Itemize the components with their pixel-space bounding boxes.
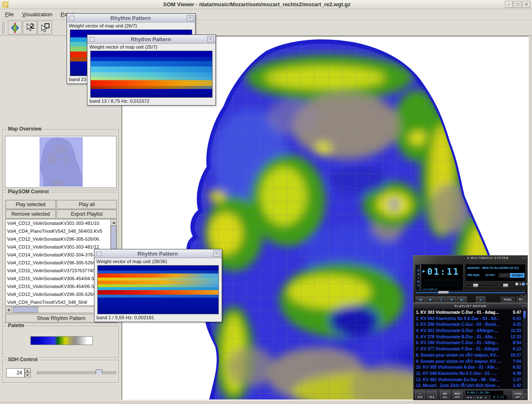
playlist-entry[interactable]: 5. KV 378 Violinsonate B-Dur - 01 - Alle… bbox=[415, 334, 522, 340]
xmms-visualizer[interactable] bbox=[423, 278, 461, 288]
play-state-icon: ▶ bbox=[423, 269, 425, 273]
close-icon[interactable] bbox=[213, 251, 220, 257]
frame-title: Rhythm Pattern bbox=[74, 15, 187, 21]
playlist-editor-title: PLAYLIST EDITOR bbox=[413, 303, 527, 309]
xmms-logo: X bbox=[520, 294, 527, 303]
band-status-label: band 13 / 8,75 Hz: 0,011572 bbox=[87, 98, 215, 105]
close-icon[interactable] bbox=[207, 36, 214, 42]
playlist-time-lcd: 0:00/1:28:26+ bbox=[466, 391, 503, 395]
volume-thumb[interactable] bbox=[473, 283, 478, 287]
balance-thumb[interactable] bbox=[503, 283, 508, 287]
eject-button[interactable]: ▲ bbox=[476, 296, 485, 303]
rhythm-pattern-window-25-7[interactable]: Rhythm Pattern Weight vector of map unit… bbox=[87, 34, 216, 106]
misc-options-button[interactable]: MISCOPT. bbox=[453, 391, 463, 399]
xmms-clutterbar[interactable]: OAIDV bbox=[415, 264, 420, 291]
mini-transport-icons[interactable]: |◀ ▶ || ■ ▶| ▲ bbox=[466, 396, 487, 399]
sdh-slider-thumb[interactable] bbox=[96, 370, 102, 376]
xmms-lcd-display[interactable]: ▶ 01:11 VIZ DISPLAY bbox=[421, 264, 463, 291]
playlist-entry[interactable]: 1. KV 303 Violinsonate C-Dur - 01 - Adag… bbox=[415, 310, 522, 316]
xmms-info-display: ADAGIO - MOLTO ALLEGRO (5:47) 256 kbps 4… bbox=[465, 264, 526, 281]
playlist-entry[interactable]: 3. KV 296 Violinsonate C-Dur - 03 - Rond… bbox=[415, 322, 522, 328]
seek-bar[interactable] bbox=[416, 291, 525, 294]
spinner-up-icon[interactable] bbox=[25, 368, 31, 373]
xmms-bitrate: 256 kbps bbox=[467, 273, 480, 276]
spinner-down-icon[interactable] bbox=[25, 373, 31, 377]
remove-selected-button[interactable]: Remove selected bbox=[5, 209, 56, 219]
sdh-slider[interactable] bbox=[37, 372, 116, 374]
play-selected-button[interactable]: Play selected bbox=[5, 200, 56, 209]
eq-knob-icon bbox=[515, 282, 519, 286]
pause-button[interactable]: || bbox=[436, 296, 446, 303]
close-button[interactable] bbox=[522, 1, 530, 8]
band-status-label: band 1 / 5,55 Hz: 0,002181 bbox=[94, 314, 222, 322]
playlist-entry[interactable]: 13. Mozart - Zum Ziele fÃ¼hrt dich diese… bbox=[415, 383, 522, 389]
close-icon[interactable] bbox=[187, 15, 193, 21]
palette-gradient-bar bbox=[30, 336, 93, 345]
frame-titlebar[interactable]: Rhythm Pattern bbox=[67, 14, 195, 22]
scroll-left-icon[interactable] bbox=[6, 307, 12, 313]
volume-slider[interactable] bbox=[465, 284, 495, 287]
sdh-control-title: SDH Control bbox=[6, 357, 39, 362]
xmms-main-window[interactable]: X MULTIMEDIA SYSTEM ▾ ✕ OAIDV ▶ 01:11 VI… bbox=[413, 255, 528, 303]
playlist-entry[interactable]: 6. KV 296 Violinsonate C-Dur - 01 - Alle… bbox=[415, 340, 522, 346]
rhythm-pattern-window-28-36[interactable]: Rhythm Pattern Weight vector of map unit… bbox=[94, 249, 222, 322]
list-item[interactable]: Vol4_CD12_ViolinSonatasKV296-305-526/06. bbox=[6, 235, 116, 243]
xmms-samplerate: 44 kHz bbox=[485, 273, 495, 276]
xmms-playlist-editor[interactable]: PLAYLIST EDITOR ▴ ✕ 1. KV 303 Violinsona… bbox=[413, 303, 528, 400]
playlist-entry[interactable]: 4. KV 301 Violinsonate G-Dur - 0Allegro … bbox=[415, 328, 522, 334]
toolbar-grip[interactable] bbox=[2, 22, 5, 34]
rect-select-icon-glyph bbox=[40, 22, 50, 33]
maximize-button[interactable] bbox=[514, 1, 522, 8]
add-file-button[interactable]: +FILE bbox=[415, 391, 425, 399]
remove-file-button[interactable]: -FILE bbox=[427, 391, 437, 399]
playlist-entry[interactable]: 2. KV 542 Klaviertrio No 5 E-Dur - 03 - … bbox=[415, 316, 522, 322]
export-playlist-button[interactable]: Export Playlist bbox=[57, 209, 117, 219]
sdh-spinner-value[interactable]: 24 bbox=[6, 368, 25, 377]
playlist-entry[interactable]: 11. KV 548 Klaviertrio No 6 C-Dur - 03 -… bbox=[415, 371, 522, 377]
select-all-button[interactable]: SELALL bbox=[440, 391, 450, 399]
playlist-entry[interactable]: 10. KV 305 Violinsonate A-Dur - 01 - All… bbox=[415, 365, 522, 371]
playlist-toggle[interactable]: PL bbox=[522, 282, 530, 286]
random-button[interactable]: RAND. bbox=[501, 297, 515, 302]
menu-file[interactable]: File bbox=[3, 10, 19, 19]
playlist-entry[interactable]: 12. KV 481 Violinsonate Es-Dur - 08 - Va… bbox=[415, 377, 522, 383]
rect-select-icon[interactable] bbox=[38, 21, 52, 34]
frame-titlebar[interactable]: Rhythm Pattern bbox=[94, 249, 222, 258]
frame-titlebar[interactable]: Rhythm Pattern bbox=[87, 35, 215, 44]
list-item[interactable]: Vol4_CD13_ViolinSonatasKV301-303-481/10. bbox=[6, 219, 116, 227]
frame-title: Rhythm Pattern bbox=[102, 251, 213, 257]
seek-thumb[interactable] bbox=[438, 291, 449, 294]
menu-visualization[interactable]: Visualization bbox=[20, 10, 57, 19]
som-map-icon-glyph bbox=[10, 22, 20, 33]
resize-grip[interactable] bbox=[520, 393, 527, 399]
pl-knob-icon bbox=[522, 282, 525, 286]
map-overview-thumbnail[interactable] bbox=[40, 137, 83, 187]
playlist-entry[interactable]: 7. KV 377 Violinsonate F-Dur - 01 - Alle… bbox=[415, 346, 522, 352]
playlist-scrollbar[interactable] bbox=[522, 310, 527, 389]
xmms-player[interactable]: X MULTIMEDIA SYSTEM ▾ ✕ OAIDV ▶ 01:11 VI… bbox=[413, 255, 528, 400]
lasso-select-icon-glyph bbox=[25, 22, 35, 33]
lasso-select-icon[interactable] bbox=[23, 21, 37, 34]
playlist-entries: 1. KV 303 Violinsonate C-Dur - 01 - Adag… bbox=[415, 310, 522, 389]
next-button[interactable]: ▶| bbox=[457, 296, 467, 303]
playlist-shade-close-icons[interactable]: ▴ ✕ bbox=[522, 304, 527, 308]
map-overview-viewport bbox=[5, 136, 116, 188]
horizontal-scroll-thumb[interactable] bbox=[12, 307, 38, 313]
balance-slider[interactable] bbox=[498, 284, 512, 287]
frame-icon bbox=[97, 251, 102, 256]
play-button[interactable]: ▶ bbox=[426, 296, 435, 303]
playlist-scroll-thumb[interactable] bbox=[523, 310, 526, 319]
play-all-button[interactable]: Play all bbox=[57, 200, 117, 209]
playlist-entry[interactable]: 8. Sonate pour violon en rÃ© majeur, KV.… bbox=[415, 352, 522, 359]
window-titlebar[interactable]: SOM Viewer - /data/music/Mozart/som/moza… bbox=[0, 0, 532, 9]
palette-title: Palette bbox=[6, 323, 26, 328]
som-map-icon[interactable] bbox=[8, 21, 22, 34]
list-item[interactable]: Vol4_CD4_PianoTriosKV542_548_564/03.KV5 bbox=[6, 227, 116, 235]
previous-button[interactable]: |◀ bbox=[416, 296, 425, 303]
stop-button[interactable]: ■ bbox=[447, 296, 456, 303]
minimize-button[interactable] bbox=[505, 1, 513, 8]
xmms-shade-close-icons[interactable]: ▾ ✕ bbox=[522, 256, 527, 260]
scroll-up-icon[interactable] bbox=[111, 219, 117, 226]
playlist-entry[interactable]: 9. Sonate pour violon en rÃ© majeur, KV.… bbox=[415, 359, 522, 365]
rhythm-spectrogram bbox=[90, 51, 213, 98]
